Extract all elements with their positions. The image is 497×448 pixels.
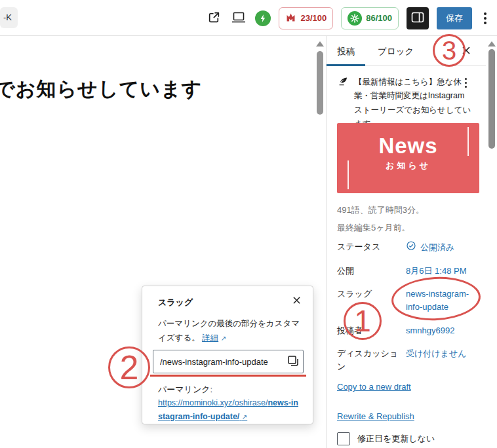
- sidebar-toggle-icon: [411, 12, 424, 25]
- discussion-value[interactable]: 受け付けません: [406, 347, 467, 360]
- permalink-link[interactable]: https://mominoki.xyz/oshirase/news-insta…: [158, 396, 298, 423]
- external-arrow-icon: ↗: [221, 335, 226, 342]
- rankmath-icon: [285, 12, 296, 25]
- post-content-icon: [337, 75, 349, 90]
- update-date-row: 修正日を更新しない: [337, 432, 435, 445]
- slug-input-wrap: [153, 350, 304, 373]
- seo-score-badge[interactable]: 23/100: [279, 7, 333, 29]
- performance-score-badge[interactable]: 86/100: [341, 7, 399, 29]
- options-menu-button[interactable]: [480, 7, 490, 29]
- tab-block[interactable]: ブロック: [367, 36, 424, 66]
- status-row: ステータス 公開済み: [337, 240, 477, 255]
- publish-date-value[interactable]: 8月6日 1:48 PM: [406, 265, 467, 278]
- featured-image-title: News: [337, 134, 479, 159]
- copy-to-draft-link[interactable]: Copy to a new draft: [337, 382, 411, 392]
- discussion-row: ディスカッション 受け付けません: [337, 347, 477, 373]
- annotation-circle-3: 3: [433, 34, 466, 67]
- word-count: 491語、読了時間3分。: [337, 201, 424, 219]
- content-scrollbar-thumb[interactable]: [317, 51, 323, 115]
- status-label: ステータス: [337, 240, 406, 253]
- jetpack-boost-icon[interactable]: [255, 10, 271, 26]
- document-stats: 491語、読了時間3分。 最終編集5ヶ月前。: [337, 201, 424, 236]
- sidebar-scrollbar[interactable]: [486, 36, 497, 448]
- discussion-label: ディスカッション: [337, 347, 406, 373]
- rewrite-republish-link[interactable]: Rewrite & Republish: [337, 411, 414, 421]
- toolbar-actions: 23/100 86/100 保存: [205, 0, 490, 36]
- summary-options-button[interactable]: [462, 77, 470, 90]
- slug-popup-title: スラッグ: [158, 297, 193, 308]
- featured-image-subtitle: お知らせ: [337, 160, 479, 172]
- wordpress-block-editor: -K 23/100: [0, 0, 497, 448]
- featured-image[interactable]: News お知らせ: [337, 123, 479, 193]
- check-circle-icon: [406, 240, 416, 255]
- slug-popup-description: パーマリンクの最後の部分をカスタマイズする。 詳細 ↗: [158, 317, 301, 346]
- post-title[interactable]: でお知らせしています: [0, 76, 202, 103]
- external-arrow-icon: ↗: [242, 413, 247, 420]
- publish-label: 公開: [337, 265, 406, 278]
- featured-accent-line: [348, 160, 349, 189]
- last-edited: 最終編集5ヶ月前。: [337, 219, 424, 236]
- gear-icon: [348, 11, 362, 26]
- close-icon: [292, 297, 301, 307]
- copy-button[interactable]: [286, 354, 300, 369]
- annotation-circle-2: 2: [108, 346, 150, 388]
- scroll-up-icon[interactable]: [316, 41, 324, 47]
- view-post-button[interactable]: [205, 10, 222, 27]
- content-scrollbar[interactable]: [313, 36, 326, 448]
- slug-popup: スラッグ パーマリンクの最後の部分をカスタマイズする。 詳細 ↗ パーマリンク:…: [142, 286, 313, 424]
- close-popup-button[interactable]: [292, 296, 302, 306]
- performance-score-value: 86/100: [366, 13, 392, 23]
- sidebar-scrollbar-thumb[interactable]: [488, 49, 495, 149]
- annotation-circle-1: 1: [344, 302, 382, 340]
- settings-sidebar: 投稿 ブロック 【最新情報はこちら】急な休業・営業時間変更はInstagramス…: [326, 36, 486, 448]
- author-value[interactable]: smnhgy6992: [406, 324, 454, 337]
- permalink-label: パーマリンク:: [158, 384, 212, 396]
- keep-modified-date-label: 修正日を更新しない: [357, 433, 435, 445]
- editor-toolbar: -K 23/100: [0, 0, 497, 36]
- publish-row: 公開 8月6日 1:48 PM: [337, 265, 477, 278]
- detail-link[interactable]: 詳細: [202, 333, 218, 343]
- tab-post[interactable]: 投稿: [327, 36, 365, 66]
- external-link-icon: [207, 10, 221, 26]
- keep-modified-date-checkbox[interactable]: [337, 432, 350, 445]
- seo-score-value: 23/100: [300, 13, 327, 23]
- preview-device-button[interactable]: [230, 10, 247, 27]
- featured-accent-line: [467, 127, 469, 156]
- partial-tab[interactable]: -K: [0, 7, 18, 28]
- copy-icon: [287, 360, 300, 369]
- scroll-up-icon[interactable]: [488, 41, 496, 47]
- status-value[interactable]: 公開済み: [406, 240, 454, 255]
- settings-sidebar-toggle-button[interactable]: [407, 7, 429, 29]
- annotation-underline: [150, 375, 306, 377]
- save-button[interactable]: 保存: [437, 7, 472, 29]
- laptop-icon: [231, 10, 247, 26]
- slug-input[interactable]: [153, 350, 304, 373]
